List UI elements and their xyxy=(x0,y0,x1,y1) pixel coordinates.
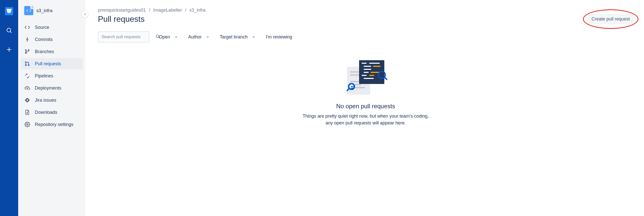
filter-label: Open xyxy=(159,34,170,40)
svg-point-5 xyxy=(26,39,28,40)
code-icon xyxy=(24,24,30,30)
sidebar-item-repository-settings[interactable]: Repository settings xyxy=(21,119,83,130)
sidebar-item-commits[interactable]: Commits xyxy=(21,34,83,45)
filter-bar: Open Author Target branch I'm reviewing xyxy=(98,31,633,42)
repo-name[interactable]: s3_infra xyxy=(36,8,52,13)
svg-point-13 xyxy=(28,64,29,66)
sidebar-item-label: Commits xyxy=(35,37,53,42)
svg-point-17 xyxy=(156,35,159,38)
svg-rect-4 xyxy=(32,7,33,8)
sidebar-item-deployments[interactable]: Deployments xyxy=(21,82,83,94)
download-icon xyxy=(24,109,30,115)
jira-icon xyxy=(24,97,30,103)
empty-state: No open pull requests Things are pretty … xyxy=(98,60,633,126)
sidebar-nav: Source Commits Branches Pull requests Pi… xyxy=(18,20,85,132)
sidebar-item-label: Pipelines xyxy=(35,73,53,79)
project-sidebar: s3_infra Source Commits Branches Pull re… xyxy=(18,0,85,216)
chevron-down-icon xyxy=(174,35,179,39)
breadcrumb-item[interactable]: pmmquickstartguides01 xyxy=(98,8,146,13)
filter-status-dropdown[interactable]: Open xyxy=(159,34,179,40)
global-navigation-rail xyxy=(0,0,18,216)
search-pull-requests[interactable] xyxy=(98,31,149,42)
lock-icon xyxy=(30,5,34,9)
bitbucket-logo-icon[interactable] xyxy=(4,6,14,16)
svg-point-16 xyxy=(26,124,28,125)
search-icon[interactable] xyxy=(4,25,14,35)
sidebar-item-pull-requests[interactable]: Pull requests xyxy=(21,58,83,69)
sidebar-item-branches[interactable]: Branches xyxy=(21,46,83,57)
chevron-down-icon xyxy=(251,35,256,39)
breadcrumb-item[interactable]: s3_infra xyxy=(189,8,205,13)
svg-point-0 xyxy=(7,28,11,32)
svg-line-1 xyxy=(10,32,12,33)
sidebar-item-label: Branches xyxy=(35,49,54,54)
breadcrumb-item[interactable]: ImageLabeller xyxy=(153,8,182,13)
sidebar-item-label: Deployments xyxy=(35,85,61,91)
empty-state-title: No open pull requests xyxy=(336,103,395,110)
sidebar-item-source[interactable]: Source xyxy=(21,22,83,33)
repo-avatar-icon xyxy=(24,6,33,15)
create-pull-request-button[interactable]: Create pull request xyxy=(588,14,633,24)
cloud-upload-icon xyxy=(24,85,30,91)
breadcrumb: pmmquickstartguides01 / ImageLabeller / … xyxy=(98,8,633,13)
svg-point-12 xyxy=(25,64,26,66)
filter-label: Author xyxy=(188,34,202,40)
filter-author-dropdown[interactable]: Author xyxy=(188,34,210,40)
create-plus-icon[interactable] xyxy=(4,45,14,55)
pull-request-icon xyxy=(24,61,30,67)
sidebar-item-label: Jira issues xyxy=(35,98,56,103)
search-input[interactable] xyxy=(101,34,155,40)
repo-header: s3_infra xyxy=(18,6,85,20)
sidebar-item-label: Pull requests xyxy=(35,61,61,67)
filter-label: Target branch xyxy=(220,34,248,40)
svg-point-9 xyxy=(28,50,29,51)
page-title: Pull requests xyxy=(98,14,145,24)
branch-icon xyxy=(24,49,30,55)
filter-im-reviewing[interactable]: I'm reviewing xyxy=(266,34,292,40)
pipelines-icon xyxy=(24,73,30,79)
chevron-down-icon xyxy=(205,35,210,39)
main-content: pmmquickstartguides01 / ImageLabeller / … xyxy=(85,0,644,216)
empty-state-illustration xyxy=(345,60,386,96)
sidebar-item-downloads[interactable]: Downloads xyxy=(21,107,83,118)
sidebar-item-jira-issues[interactable]: Jira issues xyxy=(21,95,83,106)
sidebar-item-label: Repository settings xyxy=(35,122,73,127)
gear-icon xyxy=(24,121,30,127)
filter-target-branch-dropdown[interactable]: Target branch xyxy=(220,34,256,40)
empty-state-text: Things are pretty quiet right now, but w… xyxy=(300,113,431,126)
sidebar-item-label: Source xyxy=(35,25,49,30)
sidebar-item-pipelines[interactable]: Pipelines xyxy=(21,70,83,81)
sidebar-item-label: Downloads xyxy=(35,110,57,115)
svg-point-8 xyxy=(25,50,26,51)
svg-point-11 xyxy=(25,62,26,63)
commit-icon xyxy=(24,36,30,42)
